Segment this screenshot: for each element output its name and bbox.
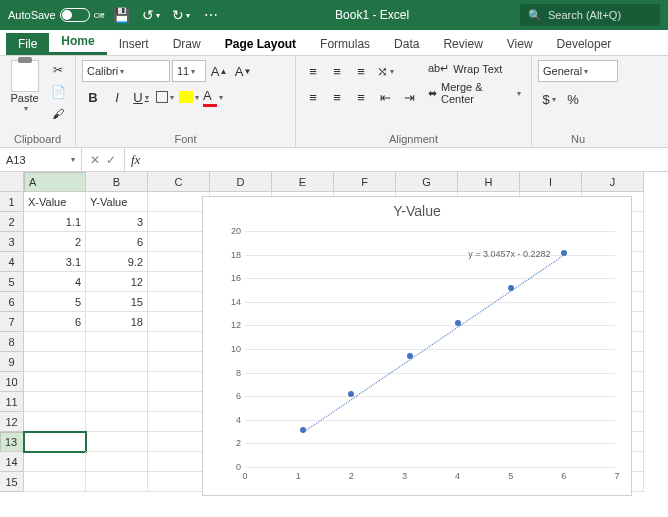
- embedded-chart[interactable]: Y-Value 0246810121416182001234567y = 3.0…: [202, 196, 632, 496]
- cell-B3[interactable]: 6: [86, 232, 148, 252]
- cell-B5[interactable]: 12: [86, 272, 148, 292]
- align-top-icon[interactable]: ≡: [302, 60, 324, 82]
- cell-B13[interactable]: [86, 432, 148, 452]
- col-header-I[interactable]: I: [520, 172, 582, 192]
- cell-A9[interactable]: [24, 352, 86, 372]
- row-header-13[interactable]: 13: [0, 432, 24, 452]
- decrease-indent-icon[interactable]: ⇤: [374, 86, 396, 108]
- align-left-icon[interactable]: ≡: [302, 86, 324, 108]
- font-name-select[interactable]: Calibri▾: [82, 60, 170, 82]
- cell-B10[interactable]: [86, 372, 148, 392]
- cell-B7[interactable]: 18: [86, 312, 148, 332]
- tab-review[interactable]: Review: [431, 33, 494, 55]
- cell-B4[interactable]: 9.2: [86, 252, 148, 272]
- col-header-J[interactable]: J: [582, 172, 644, 192]
- underline-button[interactable]: U▾: [130, 86, 152, 108]
- col-header-B[interactable]: B: [86, 172, 148, 192]
- paste-button[interactable]: Paste ▾: [6, 60, 43, 113]
- row-header-7[interactable]: 7: [0, 312, 24, 332]
- tab-page-layout[interactable]: Page Layout: [213, 33, 308, 55]
- name-box[interactable]: A13▾: [0, 148, 82, 171]
- tab-draw[interactable]: Draw: [161, 33, 213, 55]
- row-header-3[interactable]: 3: [0, 232, 24, 252]
- row-header-6[interactable]: 6: [0, 292, 24, 312]
- cell-A1[interactable]: X-Value: [24, 192, 86, 212]
- cell-B6[interactable]: 15: [86, 292, 148, 312]
- copy-icon[interactable]: 📄: [47, 82, 69, 102]
- enter-icon[interactable]: ✓: [106, 153, 116, 167]
- cell-A3[interactable]: 2: [24, 232, 86, 252]
- col-header-D[interactable]: D: [210, 172, 272, 192]
- row-header-9[interactable]: 9: [0, 352, 24, 372]
- redo-icon[interactable]: ↻▾: [168, 2, 194, 28]
- cell-B1[interactable]: Y-Value: [86, 192, 148, 212]
- percent-button[interactable]: %: [562, 88, 584, 110]
- cancel-icon[interactable]: ✕: [90, 153, 100, 167]
- border-button[interactable]: ▾: [154, 86, 176, 108]
- cell-B12[interactable]: [86, 412, 148, 432]
- orientation-icon[interactable]: ⤭▾: [374, 60, 396, 82]
- col-header-E[interactable]: E: [272, 172, 334, 192]
- cell-A2[interactable]: 1.1: [24, 212, 86, 232]
- align-bottom-icon[interactable]: ≡: [350, 60, 372, 82]
- col-header-F[interactable]: F: [334, 172, 396, 192]
- select-all-corner[interactable]: [0, 172, 24, 192]
- cell-B2[interactable]: 3: [86, 212, 148, 232]
- align-center-icon[interactable]: ≡: [326, 86, 348, 108]
- formula-bar[interactable]: [146, 148, 668, 171]
- align-right-icon[interactable]: ≡: [350, 86, 372, 108]
- bold-button[interactable]: B: [82, 86, 104, 108]
- currency-button[interactable]: $▾: [538, 88, 560, 110]
- cell-A15[interactable]: [24, 472, 86, 492]
- font-color-button[interactable]: A▾: [202, 86, 224, 108]
- cell-C15[interactable]: [148, 472, 210, 492]
- cell-C3[interactable]: [148, 232, 210, 252]
- cell-C5[interactable]: [148, 272, 210, 292]
- col-header-C[interactable]: C: [148, 172, 210, 192]
- cell-C1[interactable]: [148, 192, 210, 212]
- trendline[interactable]: [303, 255, 564, 433]
- fill-color-button[interactable]: ▾: [178, 86, 200, 108]
- row-header-14[interactable]: 14: [0, 452, 24, 472]
- italic-button[interactable]: I: [106, 86, 128, 108]
- qat-overflow-icon[interactable]: ⋯: [198, 2, 224, 28]
- cell-C11[interactable]: [148, 392, 210, 412]
- row-header-5[interactable]: 5: [0, 272, 24, 292]
- cell-B11[interactable]: [86, 392, 148, 412]
- undo-icon[interactable]: ↺▾: [138, 2, 164, 28]
- row-header-1[interactable]: 1: [0, 192, 24, 212]
- format-painter-icon[interactable]: 🖌: [47, 104, 69, 124]
- autosave-toggle[interactable]: AutoSave Off: [8, 8, 104, 22]
- row-header-15[interactable]: 15: [0, 472, 24, 492]
- tab-insert[interactable]: Insert: [107, 33, 161, 55]
- row-header-10[interactable]: 10: [0, 372, 24, 392]
- increase-indent-icon[interactable]: ⇥: [398, 86, 420, 108]
- cell-A5[interactable]: 4: [24, 272, 86, 292]
- cell-A4[interactable]: 3.1: [24, 252, 86, 272]
- row-header-12[interactable]: 12: [0, 412, 24, 432]
- cell-B14[interactable]: [86, 452, 148, 472]
- cell-A13[interactable]: [24, 432, 86, 452]
- cell-C13[interactable]: [148, 432, 210, 452]
- cell-C14[interactable]: [148, 452, 210, 472]
- row-header-11[interactable]: 11: [0, 392, 24, 412]
- cell-A12[interactable]: [24, 412, 86, 432]
- tab-developer[interactable]: Developer: [545, 33, 624, 55]
- merge-center-button[interactable]: ⬌Merge & Center▾: [428, 81, 521, 105]
- row-header-8[interactable]: 8: [0, 332, 24, 352]
- cell-A8[interactable]: [24, 332, 86, 352]
- number-format-select[interactable]: General▾: [538, 60, 618, 82]
- cell-C4[interactable]: [148, 252, 210, 272]
- cell-B9[interactable]: [86, 352, 148, 372]
- cell-C6[interactable]: [148, 292, 210, 312]
- cell-A14[interactable]: [24, 452, 86, 472]
- search-box[interactable]: 🔍 Search (Alt+Q): [520, 4, 660, 26]
- cut-icon[interactable]: ✂: [47, 60, 69, 80]
- wrap-text-button[interactable]: ab↵Wrap Text: [428, 62, 521, 75]
- cell-C2[interactable]: [148, 212, 210, 232]
- col-header-G[interactable]: G: [396, 172, 458, 192]
- cell-A6[interactable]: 5: [24, 292, 86, 312]
- row-header-4[interactable]: 4: [0, 252, 24, 272]
- col-header-A[interactable]: A: [24, 172, 86, 192]
- tab-data[interactable]: Data: [382, 33, 431, 55]
